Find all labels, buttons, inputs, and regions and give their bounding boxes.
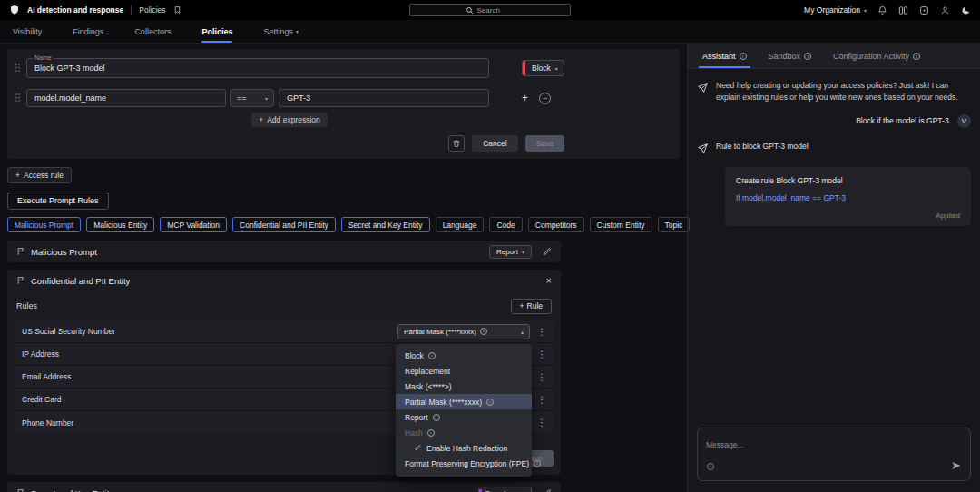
cancel-button[interactable]: Cancel	[472, 135, 517, 152]
dropdown-item-replacement[interactable]: Replacement	[396, 363, 532, 379]
chip-code[interactable]: Code	[489, 217, 522, 232]
user-message-text: Block if the model is GPT-3.	[856, 116, 951, 125]
topbar-divider	[131, 5, 132, 15]
dropdown-item-enable-hash-redaction[interactable]: Enable Hash Redaction	[396, 440, 532, 456]
add-rule-button[interactable]: + Rule	[511, 299, 552, 314]
close-icon[interactable]: ×	[546, 276, 552, 286]
topbar-right-cluster: My Organization ▾	[804, 5, 971, 15]
expression-field-input[interactable]	[26, 89, 226, 107]
rule-row-ssn: US Social Security Number Partial Mask (…	[15, 320, 554, 343]
user-account-icon[interactable]	[940, 5, 950, 15]
dropdown-item-partial-mask[interactable]: Partial Mask (****xxxx) i	[396, 394, 532, 409]
chip-competitors[interactable]: Competitors	[528, 217, 584, 232]
info-icon: i	[428, 352, 436, 359]
assistant-tabs: Assistant i Sandbox i Configuration Acti…	[688, 44, 980, 69]
secret-key-panel: Secret and Key Entity Transform ▾	[7, 482, 561, 492]
row-menu-kebab-icon[interactable]: ⋮	[537, 418, 546, 428]
rule-name-input[interactable]	[26, 58, 489, 78]
dropdown-item-fpe[interactable]: Format Preserving Encryption (FPE) i	[396, 456, 532, 471]
topbar-policies-link[interactable]: Policies	[139, 5, 165, 15]
global-search[interactable]	[409, 4, 571, 16]
dropdown-item-block[interactable]: Block i	[396, 348, 532, 363]
send-icon[interactable]	[951, 458, 962, 475]
chip-confidential-pii[interactable]: Confidential and PII Entity	[232, 217, 336, 232]
topbar: AI detection and response Policies My Or…	[0, 0, 980, 20]
chip-custom-entity[interactable]: Custom Entity	[590, 217, 652, 232]
tab-configuration-activity[interactable]: Configuration Activity i	[822, 44, 931, 68]
org-switcher[interactable]: My Organization ▾	[804, 5, 867, 15]
drag-handle-icon[interactable]	[15, 90, 21, 106]
chip-malicious-prompt[interactable]: Malicious Prompt	[7, 217, 81, 232]
info-icon: i	[740, 53, 747, 60]
action-dropdown-menu: Block i Replacement Mask (<****>) Partia…	[396, 344, 532, 477]
chevron-down-icon: ▾	[265, 95, 268, 102]
apps-badge-icon[interactable]	[919, 5, 929, 15]
add-access-rule-button[interactable]: + Access rule	[7, 167, 72, 183]
execute-prompt-rules-button[interactable]: Execute Prompt Rules	[7, 192, 109, 210]
secret-action-select[interactable]: Transform ▾	[478, 487, 532, 492]
flag-icon	[16, 276, 25, 285]
malicious-prompt-action-select[interactable]: Report ▾	[489, 245, 532, 259]
chip-topic[interactable]: Topic	[658, 217, 691, 232]
save-button[interactable]: Save	[525, 135, 564, 152]
malicious-prompt-panel: Malicious Prompt Report ▾	[7, 241, 561, 262]
assistant-chat: Need help creating or updating your acce…	[688, 69, 980, 492]
app-logo-shield-icon	[9, 5, 20, 15]
add-condition-plus-icon[interactable]: +	[522, 93, 528, 103]
rule-card-expression: If model.model_name == GPT-3	[736, 193, 960, 202]
entity-chips-row: Malicious Prompt Malicious Entity MCP Va…	[7, 217, 680, 232]
tab-findings[interactable]: Findings	[73, 20, 103, 43]
theme-moon-icon[interactable]	[961, 5, 971, 15]
assistant-bot-icon	[697, 81, 709, 103]
rule-action-select[interactable]: Block ▾	[522, 60, 564, 76]
assistant-panel: Assistant i Sandbox i Configuration Acti…	[687, 44, 980, 492]
bookmark-icon[interactable]	[173, 5, 181, 15]
row-menu-kebab-icon[interactable]: ⋮	[537, 327, 546, 337]
chevron-up-icon: ▴	[521, 329, 524, 335]
drag-handle-icon[interactable]	[15, 60, 21, 76]
dropdown-item-mask[interactable]: Mask (<****>)	[396, 379, 532, 394]
ssn-action-select[interactable]: Partial Mask (****xxxx) i ▴	[397, 324, 530, 339]
history-clock-icon[interactable]	[706, 458, 715, 475]
message-composer[interactable]	[697, 428, 971, 481]
info-icon: i	[534, 460, 541, 467]
chevron-down-icon: ▾	[864, 7, 867, 14]
rule-name-row: Name Block ▾	[15, 58, 564, 78]
org-label: My Organization	[804, 5, 860, 15]
dropdown-item-report[interactable]: Report i	[396, 409, 532, 425]
tab-policies[interactable]: Policies	[201, 20, 232, 43]
policies-content: Name Block ▾	[0, 44, 687, 492]
plus-icon: +	[520, 301, 524, 310]
tab-sandbox[interactable]: Sandbox i	[758, 44, 823, 68]
tab-collectors[interactable]: Collectors	[134, 20, 171, 43]
row-menu-kebab-icon[interactable]: ⋮	[537, 395, 546, 405]
row-menu-kebab-icon[interactable]: ⋮	[537, 372, 546, 382]
remove-condition-minus-icon[interactable]: −	[539, 93, 551, 104]
row-menu-kebab-icon[interactable]: ⋮	[537, 349, 546, 359]
message-input[interactable]	[706, 440, 962, 449]
tab-assistant[interactable]: Assistant i	[691, 44, 758, 68]
notifications-bell-icon[interactable]	[877, 5, 887, 15]
chip-malicious-entity[interactable]: Malicious Entity	[86, 217, 154, 232]
assistant-bot-icon	[697, 142, 709, 158]
search-input[interactable]	[477, 6, 515, 15]
chip-mcp-validation[interactable]: MCP Validation	[160, 217, 227, 232]
expression-operator-select[interactable]: == ▾	[230, 89, 274, 107]
panel-title: Confidential and PII Entity	[31, 276, 130, 286]
expression-value-input[interactable]	[279, 89, 489, 107]
info-icon: i	[804, 53, 811, 60]
edit-pencil-icon[interactable]	[543, 243, 552, 260]
chip-language[interactable]: Language	[436, 217, 485, 232]
chip-secret-key[interactable]: Secret and Key Entity	[341, 217, 430, 232]
delete-rule-button[interactable]	[448, 135, 465, 152]
bot-intro-text: Need help creating or updating your acce…	[716, 80, 966, 103]
user-message: Block if the model is GPT-3. V	[697, 114, 971, 128]
add-expression-button[interactable]: + Add expression	[251, 113, 328, 127]
tab-visibility[interactable]: Visibility	[13, 20, 42, 43]
block-color-bar	[523, 61, 525, 75]
tab-settings[interactable]: Settings▾	[263, 20, 299, 43]
edit-pencil-icon[interactable]	[543, 485, 552, 492]
bot-reply-title: Rule to block GPT-3 model	[716, 141, 808, 158]
docs-columns-icon[interactable]	[898, 5, 908, 15]
rule-summary-card: Create rule Block GPT-3 model If model.m…	[725, 167, 971, 226]
